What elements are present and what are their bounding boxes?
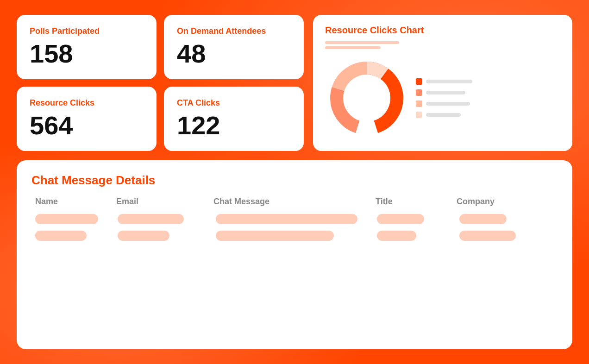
- cell-bar: [377, 214, 424, 224]
- on-demand-attendees-card: On Demand Attendees 48: [164, 15, 304, 79]
- cell-bar: [377, 231, 416, 241]
- cta-clicks-value: 122: [177, 111, 291, 140]
- legend-dot-1: [416, 78, 422, 85]
- polls-participated-value: 158: [30, 39, 144, 68]
- table-header: Name Email Chat Message Title Company: [31, 197, 558, 207]
- col-email: Email: [116, 197, 213, 207]
- legend-text-3: [426, 102, 470, 106]
- legend-text-1: [426, 80, 472, 83]
- on-demand-attendees-value: 48: [177, 39, 291, 68]
- cell-bar: [35, 231, 87, 241]
- cell-bar: [35, 214, 98, 224]
- page-container: Polls Participated 158 On Demand Attende…: [0, 0, 589, 364]
- chart-legend: [416, 78, 472, 118]
- table-rows: [31, 214, 558, 241]
- cell-bar: [216, 231, 334, 241]
- col-title: Title: [376, 197, 457, 207]
- cell-bar: [216, 214, 357, 224]
- on-demand-attendees-label: On Demand Attendees: [177, 26, 291, 37]
- chat-table: Name Email Chat Message Title Company: [31, 197, 558, 241]
- col-name: Name: [35, 197, 116, 207]
- donut-chart: [325, 56, 408, 140]
- legend-item-1: [416, 78, 472, 85]
- chart-body: [325, 56, 560, 141]
- legend-line-1: [325, 41, 399, 44]
- chat-message-details-section: Chat Message Details Name Email Chat Mes…: [17, 160, 572, 349]
- col-chat-message: Chat Message: [213, 197, 376, 207]
- top-section: Polls Participated 158 On Demand Attende…: [17, 15, 572, 151]
- cell-bar: [459, 214, 507, 224]
- polls-participated-label: Polls Participated: [30, 26, 144, 37]
- legend-dot-4: [416, 112, 422, 118]
- legend-text-4: [426, 113, 461, 117]
- cell-bar: [459, 231, 516, 241]
- resource-clicks-value: 564: [30, 111, 144, 140]
- legend-dot-2: [416, 89, 422, 96]
- table-row: [31, 214, 558, 224]
- legend-item-3: [416, 100, 472, 107]
- col-company: Company: [457, 197, 554, 207]
- legend-line-2: [325, 46, 381, 49]
- legend-item-2: [416, 89, 472, 96]
- chat-message-details-title: Chat Message Details: [31, 173, 558, 188]
- resource-clicks-label: Resource Clicks: [30, 98, 144, 108]
- cta-clicks-card: CTA Clicks 122: [164, 87, 304, 151]
- legend-item-4: [416, 112, 472, 118]
- chart-legend-lines: [325, 41, 560, 49]
- chart-title: Resource Clicks Chart: [325, 25, 560, 36]
- cta-clicks-label: CTA Clicks: [177, 98, 291, 108]
- cell-bar: [118, 231, 169, 241]
- resource-clicks-card: Resource Clicks 564: [17, 87, 157, 151]
- cell-bar: [118, 214, 184, 224]
- table-row: [31, 231, 558, 241]
- metrics-grid: Polls Participated 158 On Demand Attende…: [17, 15, 304, 151]
- resource-clicks-chart-card: Resource Clicks Chart: [313, 15, 572, 151]
- legend-text-2: [426, 91, 465, 94]
- legend-dot-3: [416, 100, 422, 107]
- polls-participated-card: Polls Participated 158: [17, 15, 157, 79]
- donut-svg: [325, 56, 408, 140]
